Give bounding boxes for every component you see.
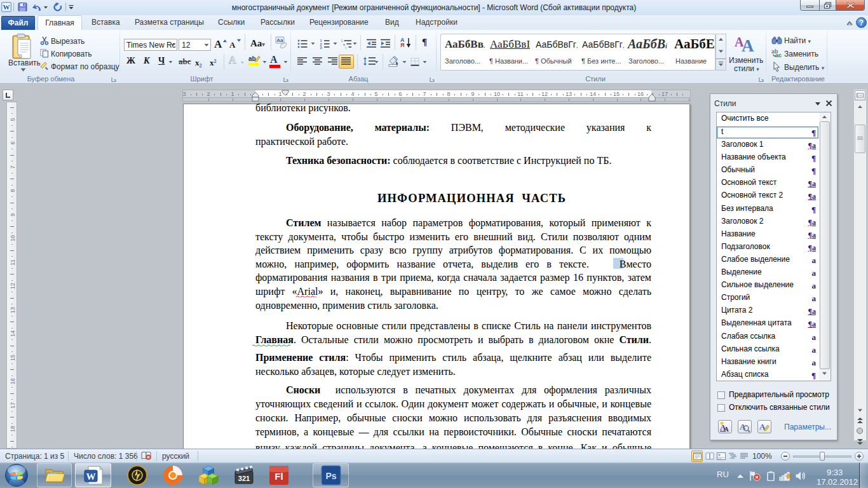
svg-text:А: А (724, 425, 729, 433)
svg-text:Аа: Аа (277, 37, 283, 43)
svg-text:ab: ab (248, 55, 256, 62)
svg-text:321: 321 (238, 475, 250, 482)
svg-text:3: 3 (320, 46, 322, 49)
svg-text:А: А (740, 422, 746, 431)
svg-text:ac: ac (775, 52, 782, 58)
svg-text:i: i (346, 46, 346, 49)
svg-text:Fl: Fl (275, 471, 283, 482)
svg-text:W: W (86, 471, 96, 482)
svg-text:A: A (742, 36, 754, 53)
svg-text:Ps: Ps (325, 471, 336, 481)
